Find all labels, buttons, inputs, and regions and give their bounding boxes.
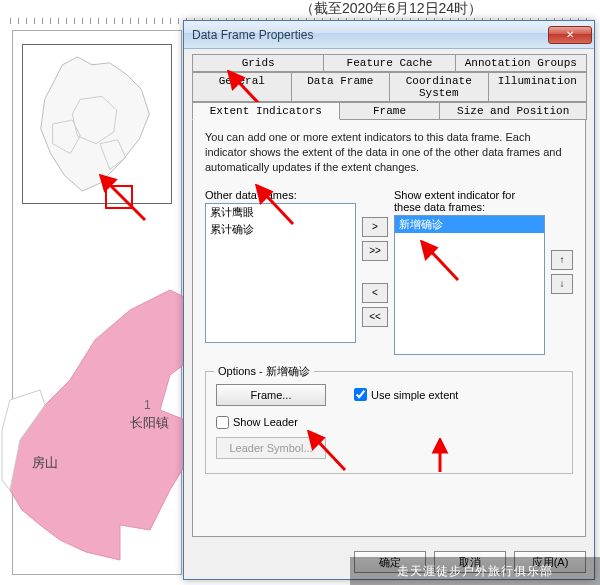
show-extent-list[interactable]: 新增确诊 [394, 215, 545, 355]
tab-annotation-groups[interactable]: Annotation Groups [455, 54, 587, 72]
remove-all-button[interactable]: << [362, 307, 388, 327]
frame-button[interactable]: Frame... [216, 384, 326, 406]
list-item[interactable]: 累计鹰眼 [206, 204, 355, 221]
add-button[interactable]: > [362, 217, 388, 237]
tab-size-and-position[interactable]: Size and Position [439, 102, 587, 120]
add-all-button[interactable]: >> [362, 241, 388, 261]
close-button[interactable]: ✕ [548, 26, 592, 44]
tabs: Grids Feature Cache Annotation Groups Ge… [192, 54, 586, 120]
tab-panel-extent-indicators: You can add one or more extent indicator… [192, 119, 586, 537]
move-buttons: > >> < << [362, 189, 388, 355]
show-leader-row[interactable]: Show Leader [216, 416, 562, 429]
list-item[interactable]: 新增确诊 [395, 216, 544, 233]
tab-data-frame[interactable]: Data Frame [291, 72, 391, 102]
page-title: （截至2020年6月12日24时） [300, 0, 482, 18]
tab-frame[interactable]: Frame [339, 102, 441, 120]
use-simple-extent-label: Use simple extent [371, 389, 458, 401]
show-leader-checkbox[interactable] [216, 416, 229, 429]
dialog-body: Grids Feature Cache Annotation Groups Ge… [184, 49, 594, 545]
show-extent-label: Show extent indicator for these data fra… [394, 189, 545, 213]
options-legend: Options - 新增确诊 [214, 364, 314, 379]
panel-description: You can add one or more extent indicator… [205, 130, 573, 175]
tab-grids[interactable]: Grids [192, 54, 324, 72]
move-down-button[interactable]: ↓ [551, 274, 573, 294]
watermark: 走天涯徒步户外旅行俱乐部 [350, 557, 600, 585]
district-number: 1 [144, 398, 151, 412]
district-label: 长阳镇 [130, 414, 169, 432]
tab-general[interactable]: General [192, 72, 292, 102]
close-icon: ✕ [566, 29, 574, 40]
reorder-buttons: ↑ ↓ [551, 189, 573, 355]
options-group: Options - 新增确诊 Frame... Use simple exten… [205, 371, 573, 474]
move-up-button[interactable]: ↑ [551, 250, 573, 270]
remove-button[interactable]: < [362, 283, 388, 303]
main-map[interactable] [0, 230, 190, 570]
extent-rectangle [105, 185, 133, 209]
fangshan-label: 房山 [32, 454, 58, 472]
titlebar-title: Data Frame Properties [192, 28, 548, 42]
tab-feature-cache[interactable]: Feature Cache [323, 54, 455, 72]
tab-illumination[interactable]: Illumination [488, 72, 588, 102]
other-data-frames-label: Other data frames: [205, 189, 356, 201]
use-simple-extent-checkbox[interactable] [354, 388, 367, 401]
show-leader-label: Show Leader [233, 416, 298, 428]
locator-map-frame[interactable] [22, 44, 172, 204]
locator-map-svg [23, 45, 171, 203]
titlebar[interactable]: Data Frame Properties ✕ [184, 21, 594, 49]
other-data-frames-list[interactable]: 累计鹰眼 累计确诊 [205, 203, 356, 343]
data-frame-properties-dialog: Data Frame Properties ✕ Grids Feature Ca… [183, 20, 595, 580]
tab-coordinate-system[interactable]: Coordinate System [389, 72, 489, 102]
use-simple-extent-row[interactable]: Use simple extent [354, 388, 458, 401]
leader-symbol-button: Leader Symbol... [216, 437, 326, 459]
list-item[interactable]: 累计确诊 [206, 221, 355, 238]
tab-extent-indicators[interactable]: Extent Indicators [192, 102, 340, 120]
